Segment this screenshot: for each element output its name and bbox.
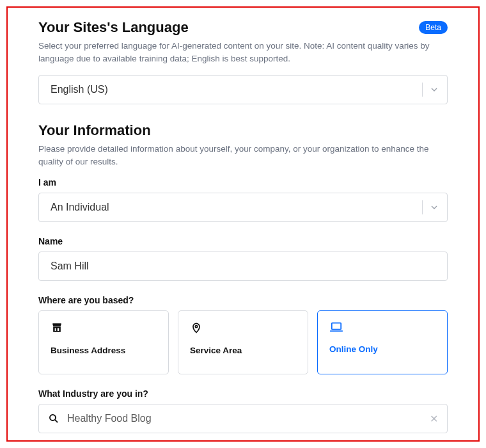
select-divider (422, 200, 423, 214)
industry-value: Healthy Food Blog (67, 413, 422, 424)
svg-point-0 (195, 326, 197, 328)
industry-search[interactable]: Healthy Food Blog ✕ (38, 404, 448, 433)
svg-point-3 (50, 415, 56, 420)
option-online-only[interactable]: Online Only (317, 310, 448, 374)
name-label: Name (38, 236, 448, 246)
language-select-value: English (US) (51, 84, 422, 95)
svg-rect-1 (332, 323, 341, 330)
chevron-down-icon (429, 202, 439, 212)
chevron-down-icon (429, 84, 439, 95)
search-icon (48, 413, 59, 424)
iam-select[interactable]: An Individual (38, 193, 448, 222)
beta-badge: Beta (419, 21, 448, 34)
select-divider (422, 83, 423, 97)
language-section-title: Your Sites's Language (38, 19, 189, 36)
option-label: Business Address (51, 346, 157, 355)
name-input[interactable] (38, 252, 448, 281)
iam-label: I am (38, 177, 448, 188)
option-service-area[interactable]: Service Area (178, 310, 308, 374)
option-business-address[interactable]: Business Address (38, 310, 169, 374)
storefront-icon (51, 321, 157, 334)
language-select[interactable]: English (US) (38, 75, 448, 104)
location-pin-icon (190, 321, 296, 334)
svg-line-4 (55, 420, 58, 422)
option-label: Service Area (190, 346, 296, 355)
language-section-description: Select your preferred language for AI-ge… (38, 40, 448, 66)
laptop-icon (329, 321, 435, 333)
iam-select-value: An Individual (51, 202, 422, 213)
option-label: Online Only (329, 344, 435, 354)
based-label: Where are you based? (38, 295, 448, 305)
industry-label: What Industry are you in? (38, 388, 448, 399)
info-section-description: Please provide detailed information abou… (38, 143, 448, 169)
info-section-title: Your Information (38, 122, 448, 139)
clear-icon[interactable]: ✕ (430, 413, 438, 425)
